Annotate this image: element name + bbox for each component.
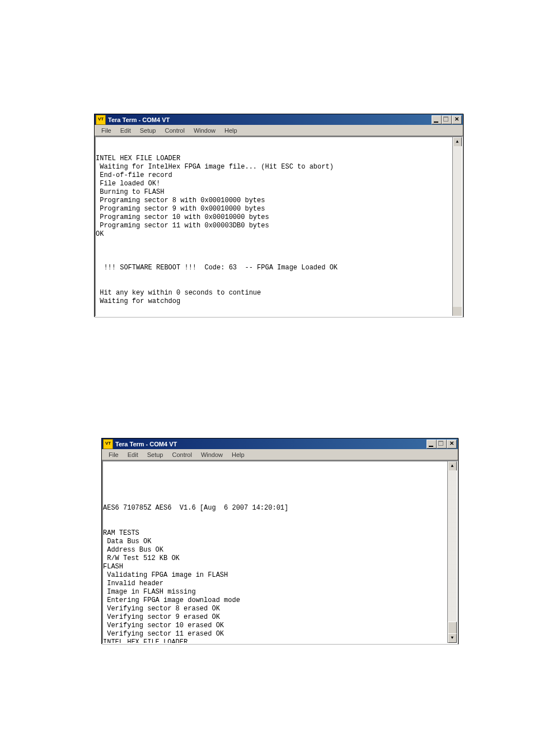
maximize-button[interactable] — [437, 440, 447, 449]
maximize-button[interactable] — [442, 115, 452, 124]
menu-control[interactable]: Control — [160, 126, 189, 135]
menubar: File Edit Setup Control Window Help — [95, 125, 463, 136]
menu-control[interactable]: Control — [167, 450, 196, 459]
terminal-window-2: VT Tera Term - COM4 VT ✕ File Edit Setup… — [101, 438, 458, 644]
window-title: Tera Term - COM4 VT — [115, 441, 427, 447]
window-controls: ✕ — [427, 440, 457, 449]
titlebar[interactable]: VT Tera Term - COM4 VT ✕ — [95, 114, 463, 125]
window-title: Tera Term - COM4 VT — [108, 116, 432, 123]
minimize-button[interactable] — [432, 115, 442, 124]
minimize-button[interactable] — [427, 440, 437, 449]
menu-edit[interactable]: Edit — [123, 450, 143, 459]
app-icon: VT — [96, 115, 106, 125]
scroll-track[interactable] — [453, 146, 462, 307]
scroll-thumb[interactable] — [448, 622, 457, 634]
vertical-scrollbar[interactable]: ▲ ▼ — [447, 461, 457, 643]
menu-window[interactable]: Window — [196, 450, 227, 459]
menu-setup[interactable]: Setup — [143, 450, 168, 459]
app-icon: VT — [103, 439, 113, 449]
menu-setup[interactable]: Setup — [135, 126, 161, 135]
scroll-up-button[interactable]: ▲ — [453, 137, 462, 147]
menubar: File Edit Setup Control Window Help — [102, 449, 458, 460]
menu-edit[interactable]: Edit — [116, 126, 135, 135]
terminal-output: AES6 710785Z AES6 V1.6 [Aug 6 2007 14:20… — [103, 478, 457, 644]
titlebar[interactable]: VT Tera Term - COM4 VT ✕ — [102, 438, 458, 449]
menu-help[interactable]: Help — [220, 126, 242, 135]
terminal-window-1: VT Tera Term - COM4 VT ✕ File Edit Setup… — [94, 114, 463, 317]
window-controls: ✕ — [432, 115, 462, 124]
scroll-track[interactable] — [448, 470, 457, 634]
terminal-area[interactable]: AES6 710785Z AES6 V1.6 [Aug 6 2007 14:20… — [102, 460, 458, 644]
close-button[interactable]: ✕ — [447, 440, 457, 449]
terminal-area[interactable]: INTEL HEX FILE LOADER Waiting for IntelH… — [95, 136, 463, 317]
close-button[interactable]: ✕ — [452, 115, 462, 124]
scroll-up-button[interactable]: ▲ — [448, 461, 457, 471]
menu-help[interactable]: Help — [227, 450, 249, 459]
vertical-scrollbar[interactable]: ▲ — [452, 137, 462, 316]
menu-window[interactable]: Window — [189, 126, 220, 135]
menu-file[interactable]: File — [104, 450, 123, 459]
terminal-output: INTEL HEX FILE LOADER Waiting for IntelH… — [96, 154, 462, 306]
scroll-down-button[interactable]: ▼ — [448, 633, 457, 643]
menu-file[interactable]: File — [97, 126, 116, 135]
